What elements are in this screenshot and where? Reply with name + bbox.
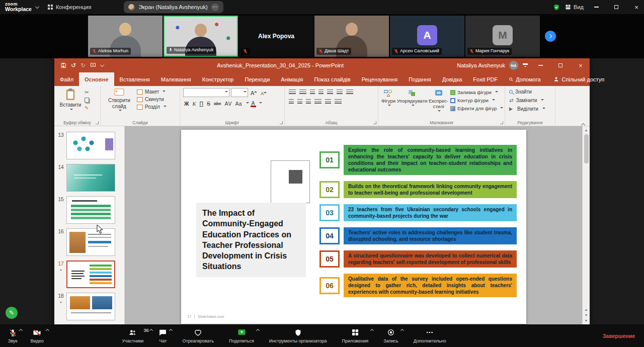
clear-formatting-button[interactable]: abc [213,101,222,106]
shape-fill-button[interactable]: Заливка фігури [450,90,503,95]
start-slideshow-icon[interactable] [90,62,96,68]
chat-button[interactable]: Чат [158,328,167,343]
shape-outline-button[interactable]: Контур фігури [450,98,503,103]
smartart-convert-icon[interactable] [335,99,342,105]
chat-options-chevron[interactable] [169,329,173,332]
slide-thumbnail-row[interactable]: 14 [55,164,122,192]
participant-tile[interactable]: A Арсен Саловський [390,16,464,57]
dialog-launcher-icon[interactable] [373,121,376,124]
reset-button[interactable]: Скинути [137,97,167,102]
ppt-close-button[interactable]: × [573,58,589,72]
underline-button[interactable]: П [198,101,204,107]
chevron-down-icon[interactable] [35,5,39,9]
end-meeting-button[interactable]: Завершение [603,333,635,339]
list-item[interactable]: 03 23 teachers from five Ukrainian secon… [319,204,517,221]
participant-tile[interactable]: Alex Popova [239,16,313,57]
save-icon[interactable] [60,62,66,68]
align-right-icon[interactable] [306,99,311,105]
list-item[interactable]: 02 Builds on the theoretical framework l… [319,181,517,198]
quick-styles-button[interactable]: Експрес-стилі [429,88,448,119]
slide-canvas[interactable]: The Impact of Community-Engaged Educatio… [181,130,526,324]
security-shield-icon[interactable] [553,4,560,11]
tab-file[interactable]: Файл [54,72,79,86]
decrease-indent-icon[interactable] [310,90,315,95]
tab-foxit-pdf[interactable]: Foxit PDF [467,72,503,86]
align-center-icon[interactable] [297,99,302,105]
increase-font-size-icon[interactable] [250,90,258,96]
apps-options-chevron[interactable] [370,329,374,332]
list-item[interactable]: 04 Teachers' active roles in addressing … [319,227,517,244]
tab-insert[interactable]: Вставлення [114,72,155,86]
slide-thumbnail[interactable] [66,132,115,159]
apps-button[interactable]: Приложения [342,328,369,343]
tab-slideshow[interactable]: Показ слайдів [309,72,356,86]
share-access-button[interactable]: Спільний доступ [546,72,612,86]
tab-draw[interactable]: Малювання [155,72,197,86]
previous-slide-icon[interactable]: ▲ [585,307,588,312]
slide-thumbnail[interactable] [66,196,115,224]
slide-thumbnail-row[interactable]: 16 [55,228,122,256]
redo-icon[interactable]: ↻ [80,62,86,68]
dialog-launcher-icon[interactable] [280,121,283,124]
numbering-icon[interactable] [299,90,306,95]
paste-button[interactable]: Вставити [57,88,84,119]
vertical-scrollbar[interactable]: ▲ ▲ ▼ ▼ [582,126,590,324]
slide-thumbnail-panel[interactable]: 13 14 15 16 17★ [54,126,125,324]
columns-icon[interactable] [325,99,331,105]
slide-thumbnail-row[interactable]: 18★ [55,293,122,320]
react-button[interactable]: Отреагировать [182,328,214,343]
tab-animations[interactable]: Анімація [275,72,308,86]
shape-effects-button[interactable]: Ефекти для фігур [450,106,503,111]
list-item[interactable]: 01 Explore the role of community-based l… [319,145,517,175]
tab-help[interactable]: Довідка [437,72,468,86]
shapes-button[interactable]: Фігури [381,88,395,119]
justify-icon[interactable] [314,99,321,105]
collapse-ribbon-button[interactable] [582,120,586,124]
slide-thumbnail[interactable] [66,293,115,320]
scroll-up-icon[interactable]: ▲ [585,127,588,133]
maximize-button[interactable] [609,0,624,14]
account-name[interactable]: Nataliya Avshenyuk [457,62,505,68]
ppt-minimize-button[interactable] [532,58,548,72]
italic-button[interactable]: К [192,101,197,107]
dialog-launcher-icon[interactable] [500,121,503,124]
slide-thumbnail[interactable] [66,228,115,256]
share-options-chevron[interactable] [256,329,260,332]
tab-design[interactable]: Конструктор [197,72,239,86]
layout-button[interactable]: Макет [137,89,167,95]
dialog-launcher-icon[interactable] [96,121,99,124]
share-screen-button[interactable]: Поделиться [229,328,254,343]
list-item[interactable]: 05 A structured questionnaire was develo… [319,250,517,268]
cut-icon[interactable]: ✂ [85,90,89,95]
slide-thumbnail-row-selected[interactable]: 17★ [55,261,122,288]
more-button[interactable]: Дополнительно [414,328,446,343]
tab-transitions[interactable]: Переходи [239,72,275,86]
character-spacing-button[interactable]: АV [224,101,233,107]
video-options-chevron[interactable] [46,329,49,332]
decrease-font-size-icon[interactable] [260,90,268,96]
audio-options-chevron[interactable] [19,329,23,332]
slide-thumbnail[interactable] [66,164,115,192]
participant-tile[interactable]: Aleksa Morhun [88,16,163,57]
bold-button[interactable]: Ж [183,101,190,107]
font-size-select[interactable] [231,88,248,97]
next-participants-button[interactable] [545,31,556,42]
account-avatar[interactable]: NA [509,61,518,70]
new-slide-button[interactable]: Створити слайд [104,88,135,119]
video-button[interactable]: Видео [30,328,43,343]
replace-button[interactable]: Замінити [509,98,552,103]
arrange-button[interactable]: Упорядкувати [397,88,427,119]
slide-edit-area[interactable]: The Impact of Community-Engaged Educatio… [125,126,582,324]
participants-button[interactable]: 36 Участники [122,328,143,343]
strikethrough-button[interactable]: S [206,101,211,107]
slide-thumbnail[interactable] [66,261,115,288]
select-button[interactable]: Виділити [509,106,552,112]
line-spacing-icon[interactable] [327,90,333,95]
increase-indent-icon[interactable] [318,90,324,95]
align-text-icon[interactable] [346,90,353,95]
tab-review[interactable]: Рецензування [356,72,404,86]
undo-icon[interactable]: ↺ [71,62,76,68]
participant-tile-active-speaker[interactable]: Nataliya Avshenyuk [164,16,238,57]
font-name-select[interactable] [183,88,229,97]
close-button[interactable]: × [629,0,644,14]
